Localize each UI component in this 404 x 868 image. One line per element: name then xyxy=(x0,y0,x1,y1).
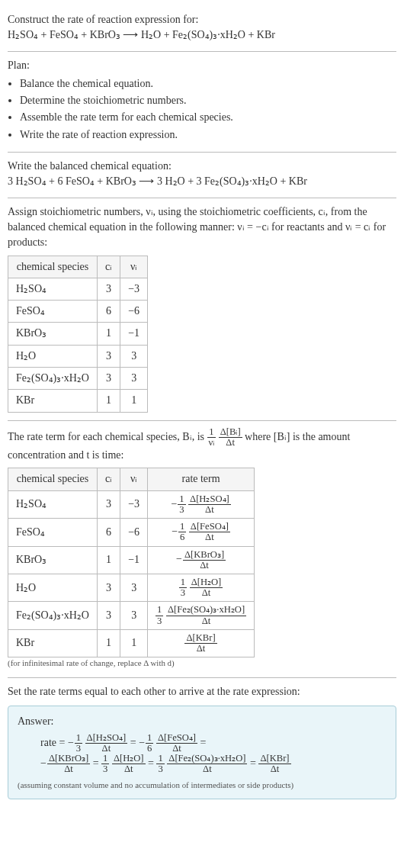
rateterm-formula-1: 1νᵢ xyxy=(207,427,216,448)
cell-rate: −Δ[KBrO₃]Δt xyxy=(148,546,255,574)
cell-c: 3 xyxy=(97,368,120,390)
cell-species: KBr xyxy=(8,629,98,657)
table-row: KBrO₃ 1 −1 xyxy=(8,323,148,345)
cell-rate: −13 Δ[H₂SO₄]Δt xyxy=(148,490,255,518)
cell-v: −1 xyxy=(120,323,148,345)
cell-v: 3 xyxy=(120,368,148,390)
final-section: Set the rate terms equal to each other t… xyxy=(8,678,396,807)
cell-c: 3 xyxy=(97,278,120,300)
rateterm-text: The rate term for each chemical species,… xyxy=(8,427,396,464)
answer-term: 13 Δ[Fe₂(SO₄)₃·xH₂O]Δt = xyxy=(156,757,258,769)
cell-c: 3 xyxy=(97,574,120,601)
stoich-table: chemical species cᵢ νᵢ H₂SO₄ 3 −3FeSO₄ 6… xyxy=(8,256,148,413)
balanced-section: Write the balanced chemical equation: 3 … xyxy=(8,153,396,198)
cell-species: H₂O xyxy=(8,345,98,367)
cell-v: −6 xyxy=(120,519,148,546)
intro-title: Construct the rate of reaction expressio… xyxy=(8,12,396,27)
cell-v: 3 xyxy=(120,602,148,629)
answer-note: (assuming constant volume and no accumul… xyxy=(18,780,386,792)
rateterm-text-a: The rate term for each chemical species,… xyxy=(8,431,207,442)
answer-expression: rate = −13 Δ[H₂SO₄]Δt = −16 Δ[FeSO₄]Δt =… xyxy=(40,733,386,775)
cell-species: FeSO₄ xyxy=(8,519,98,546)
col-c: cᵢ xyxy=(97,468,120,490)
answer-term: −16 Δ[FeSO₄]Δt = xyxy=(139,737,206,748)
plan-item: Determine the stoichiometric numbers. xyxy=(20,93,396,108)
table-row: H₂O 3 3 xyxy=(8,345,148,367)
cell-species: Fe₂(SO₄)₃·xH₂O xyxy=(8,368,98,390)
cell-species: H₂O xyxy=(8,574,98,601)
plan-section: Plan: Balance the chemical equation. Det… xyxy=(8,52,396,153)
cell-rate: 13 Δ[H₂O]Δt xyxy=(148,574,255,601)
answer-term: −Δ[KBrO₃]Δt = xyxy=(40,757,101,769)
cell-c: 1 xyxy=(97,390,120,412)
cell-c: 1 xyxy=(97,546,120,574)
plan-item: Write the rate of reaction expression. xyxy=(20,127,396,143)
cell-species: H₂SO₄ xyxy=(8,490,98,518)
answer-term: 13 Δ[H₂O]Δt = xyxy=(101,757,156,769)
table-row: H₂SO₄ 3 −3 −13 Δ[H₂SO₄]Δt xyxy=(8,490,255,518)
table-row: H₂O 3 3 13 Δ[H₂O]Δt xyxy=(8,574,255,601)
cell-c: 1 xyxy=(97,323,120,345)
plan-list: Balance the chemical equation. Determine… xyxy=(8,76,396,143)
rateterm-note: (for infinitesimal rate of change, repla… xyxy=(8,657,396,670)
table-row: KBrO₃ 1 −1 −Δ[KBrO₃]Δt xyxy=(8,546,255,574)
answer-term: Δ[KBr]Δt xyxy=(258,757,290,769)
cell-v: −3 xyxy=(120,490,148,518)
table-row: FeSO₄ 6 −6 −16 Δ[FeSO₄]Δt xyxy=(8,519,255,546)
table-row: Fe₂(SO₄)₃·xH₂O 3 3 xyxy=(8,368,148,390)
table-header-row: chemical species cᵢ νᵢ xyxy=(8,256,148,278)
cell-c: 3 xyxy=(97,345,120,367)
cell-species: FeSO₄ xyxy=(8,301,98,323)
answer-label: Answer: xyxy=(18,714,386,729)
cell-rate: 13 Δ[Fe₂(SO₄)₃·xH₂O]Δt xyxy=(148,602,255,629)
stoich-section: Assign stoichiometric numbers, νᵢ, using… xyxy=(8,198,396,421)
cell-species: KBr xyxy=(8,390,98,412)
table-row: KBr 1 1 Δ[KBr]Δt xyxy=(8,629,255,657)
rateterm-formula-2: Δ[Bᵢ]Δt xyxy=(219,427,242,448)
stoich-text: Assign stoichiometric numbers, νᵢ, using… xyxy=(8,204,396,251)
final-heading: Set the rate terms equal to each other t… xyxy=(8,684,396,699)
cell-rate: Δ[KBr]Δt xyxy=(148,629,255,657)
col-species: chemical species xyxy=(8,256,98,278)
cell-v: 1 xyxy=(120,629,148,657)
col-v: νᵢ xyxy=(120,256,148,278)
col-c: cᵢ xyxy=(97,256,120,278)
cell-c: 3 xyxy=(97,602,120,629)
plan-item: Assemble the rate term for each chemical… xyxy=(20,110,396,125)
cell-species: H₂SO₄ xyxy=(8,278,98,300)
cell-v: 1 xyxy=(120,390,148,412)
cell-species: KBrO₃ xyxy=(8,546,98,574)
intro-section: Construct the rate of reaction expressio… xyxy=(8,6,396,52)
intro-equation: H₂SO₄ + FeSO₄ + KBrO₃ ⟶ H₂O + Fe₂(SO₄)₃·… xyxy=(8,27,396,43)
table-row: KBr 1 1 xyxy=(8,390,148,412)
cell-c: 6 xyxy=(97,301,120,323)
col-species: chemical species xyxy=(8,468,98,490)
table-header-row: chemical species cᵢ νᵢ rate term xyxy=(8,468,255,490)
cell-c: 1 xyxy=(97,629,120,657)
table-row: H₂SO₄ 3 −3 xyxy=(8,278,148,300)
col-rate: rate term xyxy=(148,468,255,490)
table-row: FeSO₄ 6 −6 xyxy=(8,301,148,323)
plan-heading: Plan: xyxy=(8,58,396,73)
cell-v: −3 xyxy=(120,278,148,300)
cell-c: 6 xyxy=(97,519,120,546)
rateterm-section: The rate term for each chemical species,… xyxy=(8,421,396,678)
cell-rate: −16 Δ[FeSO₄]Δt xyxy=(148,519,255,546)
balanced-heading: Write the balanced chemical equation: xyxy=(8,159,396,174)
balanced-equation: 3 H₂SO₄ + 6 FeSO₄ + KBrO₃ ⟶ 3 H₂O + 3 Fe… xyxy=(8,174,396,189)
answer-term: −13 Δ[H₂SO₄]Δt = xyxy=(68,737,139,748)
cell-c: 3 xyxy=(97,490,120,518)
cell-v: 3 xyxy=(120,345,148,367)
plan-item: Balance the chemical equation. xyxy=(20,76,396,92)
cell-v: 3 xyxy=(120,574,148,601)
col-v: νᵢ xyxy=(120,468,148,490)
table-row: Fe₂(SO₄)₃·xH₂O 3 3 13 Δ[Fe₂(SO₄)₃·xH₂O]Δ… xyxy=(8,602,255,629)
rateterm-table: chemical species cᵢ νᵢ rate term H₂SO₄ 3… xyxy=(8,468,255,657)
cell-species: KBrO₃ xyxy=(8,323,98,345)
cell-v: −1 xyxy=(120,546,148,574)
cell-v: −6 xyxy=(120,301,148,323)
answer-prefix: rate = xyxy=(40,737,68,748)
answer-box: Answer: rate = −13 Δ[H₂SO₄]Δt = −16 Δ[Fe… xyxy=(8,706,396,799)
cell-species: Fe₂(SO₄)₃·xH₂O xyxy=(8,602,98,629)
